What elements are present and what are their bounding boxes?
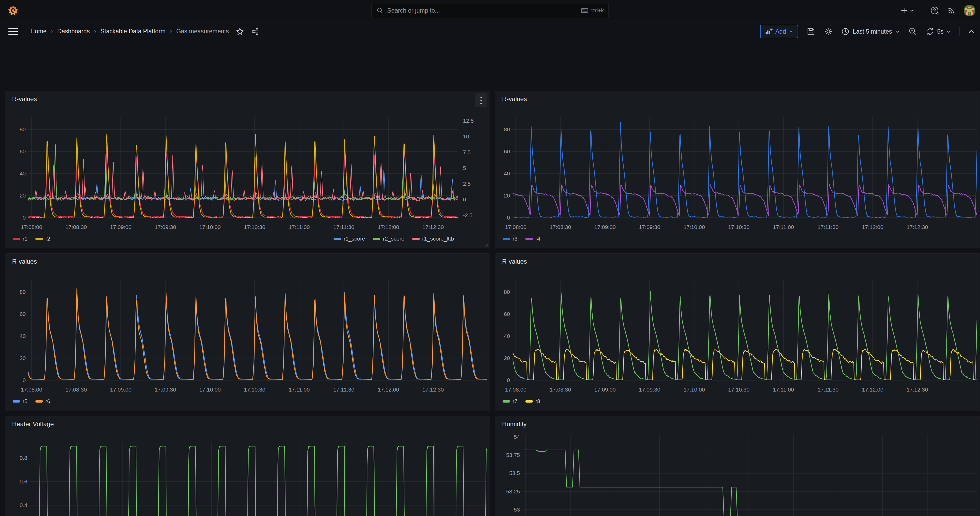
legend-item-r2[interactable]: r2 (35, 236, 50, 242)
user-avatar[interactable] (964, 5, 975, 16)
series-line-r2_score (29, 145, 458, 201)
legend-item-r2_score[interactable]: r2_score (373, 236, 404, 242)
legend-item-r1_score_lttb[interactable]: r1_score_lttb (412, 236, 454, 242)
dashboard-panel: R-values02040608017:08:0017:08:3017:09:0… (495, 91, 980, 248)
y-axis-tick: 60 (487, 311, 510, 317)
x-axis-tick: 17:08:00 (9, 224, 54, 230)
refresh-interval-label[interactable]: 5s (937, 28, 943, 35)
x-axis-tick: 17:09:00 (583, 387, 627, 393)
refresh-button[interactable] (926, 27, 935, 36)
question-circle-icon (930, 6, 939, 15)
search-shortcut: ctrl+k (581, 7, 604, 14)
y-axis-tick: 0 (3, 215, 26, 221)
add-panel-icon (765, 27, 773, 35)
panel-legend: r3r4 (503, 236, 970, 242)
panel-legend: r1r2r1_scorer2_scorer1_score_lttb (13, 236, 454, 242)
search-placeholder: Search or jump to... (387, 7, 578, 14)
x-axis-tick: 17:11:30 (806, 224, 850, 230)
x-axis-tick: 17:12:30 (895, 224, 940, 230)
legend-item-r6[interactable]: r6 (35, 398, 50, 405)
y-axis-right-tick: -2.5 (463, 212, 485, 218)
x-axis-tick: 17:09:30 (143, 224, 188, 230)
x-axis-tick: 17:12:30 (895, 387, 940, 393)
y-axis-tick: 80 (3, 289, 26, 295)
chevron-down-icon (789, 29, 793, 34)
x-axis-tick: 17:10:00 (188, 387, 232, 393)
new-menu-button[interactable] (900, 6, 914, 15)
y-axis-right-tick: 2.5 (463, 181, 485, 187)
legend-swatch (35, 238, 43, 240)
y-axis-tick: 80 (3, 126, 26, 132)
breadcrumb-folder[interactable]: Stackable Data Platform (100, 28, 165, 35)
legend-label: r5 (22, 398, 27, 405)
series-line-heatervoltage (30, 446, 487, 516)
collapse-toolbar-button[interactable] (968, 28, 975, 35)
dashboard-canvas: R-values020406080-2.502.557.51012.517:08… (0, 42, 980, 516)
y-axis-tick: 0 (3, 377, 26, 384)
panel-plot-area[interactable] (495, 416, 980, 516)
legend-label: r7 (512, 398, 517, 405)
x-axis-tick: 17:08:30 (538, 224, 583, 230)
y-axis-tick: 0.6 (5, 478, 27, 485)
dashboard-panel: Humidity52.755353.2553.553.755417:08:001… (495, 416, 980, 516)
x-axis-tick: 17:11:00 (761, 224, 806, 230)
legend-label: r3 (512, 236, 517, 242)
legend-swatch (35, 400, 43, 403)
y-axis-tick: 0 (487, 215, 510, 221)
panel-resize-handle[interactable] (485, 243, 489, 247)
add-panel-button[interactable]: Add (760, 25, 798, 38)
legend-item-r7[interactable]: r7 (503, 398, 517, 405)
y-axis-tick: 20 (3, 355, 26, 362)
save-icon (807, 27, 815, 36)
favorite-button[interactable] (236, 27, 244, 36)
x-axis-tick: 17:12:00 (366, 387, 411, 393)
y-axis-right-tick: 10 (463, 134, 485, 140)
y-axis-tick: 53.25 (497, 489, 520, 495)
y-axis-tick: 53 (497, 506, 520, 513)
legend-swatch (525, 400, 533, 403)
x-axis-tick: 17:11:30 (321, 224, 366, 230)
x-axis-tick: 17:10:30 (716, 387, 761, 393)
series-line-r7 (512, 291, 977, 379)
dashboard-settings-button[interactable] (824, 27, 833, 36)
legend-label: r1_score_lttb (422, 236, 454, 242)
legend-label: r4 (535, 236, 540, 242)
x-axis-tick: 17:11:30 (806, 387, 850, 393)
series-line-r6 (29, 288, 487, 379)
legend-item-r1[interactable]: r1 (13, 236, 27, 242)
rss-icon (947, 6, 956, 15)
menu-toggle-button[interactable] (8, 28, 18, 35)
breadcrumb-home[interactable]: Home (30, 28, 46, 35)
zoom-out-button[interactable] (908, 27, 917, 36)
y-axis-tick: 40 (487, 333, 510, 339)
series-line-r8 (512, 349, 977, 380)
legend-item-r5[interactable]: r5 (13, 398, 27, 405)
x-axis-tick: 17:12:00 (366, 224, 411, 230)
grafana-logo-icon[interactable] (7, 5, 19, 16)
news-button[interactable] (947, 6, 956, 15)
legend-label: r1_score (344, 236, 365, 242)
search-input[interactable]: Search or jump to... ctrl+k (371, 4, 609, 18)
y-axis-tick: 40 (3, 170, 26, 177)
legend-swatch (503, 238, 510, 240)
plus-icon (900, 6, 908, 15)
x-axis-tick: 17:11:00 (761, 387, 806, 393)
breadcrumb-dashboards[interactable]: Dashboards (57, 28, 90, 35)
time-range-picker[interactable]: Last 5 minutes (841, 27, 900, 36)
save-dashboard-button[interactable] (807, 27, 815, 36)
legend-item-r4[interactable]: r4 (525, 236, 540, 242)
share-button[interactable] (251, 27, 259, 36)
x-axis-tick: 17:11:00 (277, 224, 321, 230)
legend-swatch (13, 400, 20, 403)
chevron-down-icon[interactable] (946, 29, 951, 34)
series-line-r1_score_lttb (29, 155, 458, 201)
legend-label: r2 (45, 236, 50, 242)
series-line-r1 (29, 147, 458, 217)
dashboard-panel: Heater Voltage0.20.40.60.817:08:0017:08:… (5, 416, 490, 516)
help-button[interactable] (930, 6, 939, 15)
legend-item-r3[interactable]: r3 (503, 236, 517, 242)
y-axis-tick: 0 (487, 377, 510, 384)
legend-item-r8[interactable]: r8 (525, 398, 540, 405)
legend-item-r1_score[interactable]: r1_score (334, 236, 365, 242)
panel-plot-area[interactable] (5, 416, 490, 516)
